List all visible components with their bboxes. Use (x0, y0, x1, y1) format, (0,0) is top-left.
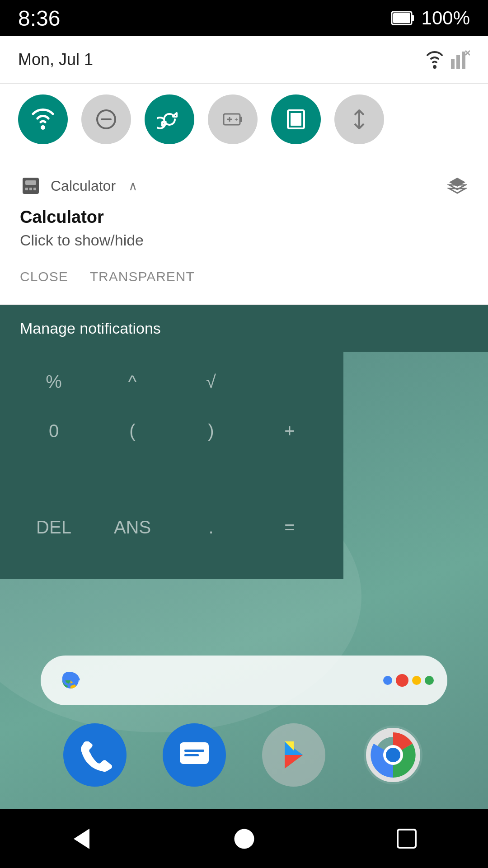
screen-toggle[interactable] (271, 94, 321, 144)
calc-row-1: % ^ √ (14, 363, 329, 401)
dot-blue (383, 676, 392, 685)
status-bar: 8:36 100% (0, 0, 488, 36)
google-logo: G (54, 664, 87, 697)
qs-right-icons (423, 50, 470, 70)
chrome-icon (361, 723, 425, 787)
svg-point-39 (386, 748, 400, 762)
svg-rect-29 (180, 742, 209, 764)
svg-rect-6 (462, 52, 465, 69)
svg-rect-23 (29, 188, 32, 190)
manage-notifications-label: Manage notifications (20, 320, 161, 337)
calc-ans[interactable]: ANS (105, 508, 160, 547)
svg-marker-40 (74, 829, 89, 849)
calc-row-spacer (14, 461, 329, 497)
home-button[interactable] (226, 821, 262, 857)
calc-zero[interactable]: 0 (27, 412, 81, 450)
quick-settings-bar: Mon, Jul 1 (0, 36, 488, 84)
calculator-partial-view: % ^ √ 0 ( ) + DEL ANS . = (0, 352, 343, 579)
svg-rect-18 (291, 113, 301, 126)
dot-green (425, 676, 434, 685)
phone-app-icon[interactable] (63, 723, 127, 787)
svg-text:+: + (235, 116, 238, 123)
calc-del[interactable]: DEL (27, 508, 81, 547)
svg-rect-2 (393, 13, 410, 23)
messages-icon (176, 737, 212, 773)
calc-sqrt[interactable]: √ (184, 363, 238, 401)
calc-equals[interactable]: = (263, 508, 317, 547)
svg-rect-31 (184, 754, 199, 756)
sort-toggle[interactable] (334, 94, 384, 144)
recents-icon (395, 827, 418, 850)
calc-plus[interactable]: + (263, 412, 317, 450)
notif-subtitle: Click to show/hide (20, 231, 468, 249)
calculator-small-icon (21, 176, 41, 196)
svg-marker-27 (449, 189, 465, 193)
wifi-toggle[interactable] (18, 94, 68, 144)
notif-title: Calculator (20, 208, 468, 227)
notif-stack-icon (446, 175, 468, 197)
calc-app-icon (20, 175, 42, 197)
svg-rect-4 (451, 59, 455, 69)
date-label: Mon, Jul 1 (18, 50, 93, 69)
recents-button[interactable] (389, 821, 425, 857)
svg-rect-20 (23, 178, 39, 194)
notification-panel: 8:36 100% Mon, Jul 1 (0, 0, 488, 579)
status-time: 8:36 (18, 6, 60, 31)
svg-rect-24 (33, 188, 36, 190)
dnd-toggle-icon (94, 108, 118, 131)
chrome-app-icon[interactable] (361, 723, 425, 787)
calc-row-2: 0 ( ) + (14, 412, 329, 450)
svg-rect-1 (412, 15, 414, 21)
svg-marker-34 (285, 755, 303, 769)
sync-toggle[interactable] (145, 94, 194, 144)
google-g-icon: G (57, 667, 84, 694)
play-triangle-icon (276, 737, 312, 773)
svg-rect-22 (25, 188, 28, 190)
svg-rect-21 (25, 180, 36, 185)
google-search-bar[interactable]: G (41, 656, 447, 705)
transparent-button[interactable]: TRANSPARENT (90, 265, 195, 288)
battery-percent: 100% (422, 7, 470, 29)
wifi-status-icon (423, 50, 446, 70)
home-icon (232, 826, 257, 851)
dot-red (396, 674, 408, 687)
notif-app-name: Calculator (51, 178, 116, 194)
close-button[interactable]: CLOSE (20, 265, 68, 288)
sort-toggle-icon (347, 108, 371, 131)
signal-status-icon (450, 50, 470, 70)
svg-rect-30 (184, 750, 204, 752)
quick-toggles: + (0, 84, 488, 159)
calc-power[interactable]: ^ (105, 363, 160, 401)
layers-icon (447, 176, 467, 196)
wifi-toggle-icon (30, 107, 56, 132)
notif-expand-chevron[interactable]: ∧ (128, 179, 138, 193)
svg-rect-42 (398, 830, 416, 848)
dnd-toggle[interactable] (81, 94, 131, 144)
status-icons: 100% (391, 7, 470, 29)
svg-point-3 (433, 65, 436, 69)
svg-rect-11 (101, 118, 112, 120)
navigation-bar (0, 809, 488, 868)
screen-toggle-icon (283, 107, 309, 132)
calc-dot[interactable]: . (184, 508, 238, 547)
calc-close-paren[interactable]: ) (184, 412, 238, 450)
notif-header: Calculator ∧ (20, 175, 468, 197)
sync-toggle-icon (157, 107, 182, 132)
dot-yellow (412, 676, 421, 685)
battery-saver-icon: + (221, 108, 244, 131)
calc-open-paren[interactable]: ( (105, 412, 160, 450)
back-icon (69, 826, 94, 851)
messages-app-icon[interactable] (163, 723, 226, 787)
battery-saver-toggle[interactable]: + (208, 94, 258, 144)
svg-point-41 (234, 829, 254, 849)
back-button[interactable] (63, 821, 99, 857)
notif-app-info: Calculator ∧ (20, 175, 138, 197)
calculator-notification: Calculator ∧ Calculator Click to show/hi… (0, 159, 488, 305)
calc-percent[interactable]: % (27, 363, 81, 401)
battery-icon (391, 9, 414, 27)
play-store-icon[interactable] (262, 723, 325, 787)
google-assistant-dots[interactable] (383, 674, 434, 687)
manage-notifications-row[interactable]: Manage notifications (0, 305, 488, 352)
svg-rect-5 (456, 55, 460, 69)
calc-row-3: DEL ANS . = (14, 508, 329, 547)
